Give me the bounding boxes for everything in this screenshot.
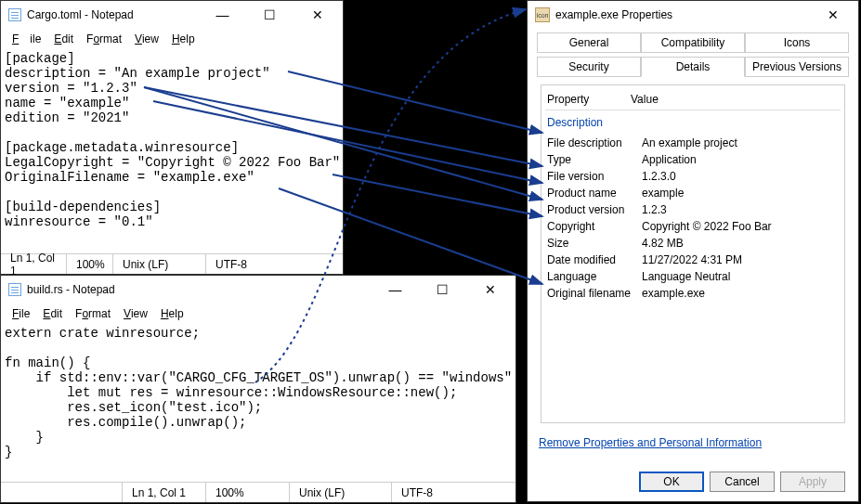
property-key: Type	[547, 153, 642, 166]
status-pad	[1, 483, 122, 502]
close-button[interactable]: ✕	[812, 1, 854, 29]
property-value: Application	[642, 153, 697, 166]
menu-edit[interactable]: Edit	[48, 31, 79, 47]
property-row[interactable]: LanguageLanguage Neutral	[545, 268, 841, 285]
property-key: Date modified	[547, 253, 642, 266]
titlebar[interactable]: Cargo.toml - Notepad — ☐ ✕	[1, 1, 343, 29]
menu-format[interactable]: Format	[70, 305, 116, 322]
close-button[interactable]: ✕	[296, 1, 338, 29]
property-row[interactable]: File version1.2.3.0	[545, 168, 841, 185]
property-key: File version	[547, 170, 642, 183]
properties-body: Property Value Description File descript…	[541, 84, 845, 423]
property-value: Copyright © 2022 Foo Bar	[642, 220, 772, 233]
property-row[interactable]: Size4.82 MB	[545, 235, 841, 252]
property-value: 1.2.3	[642, 203, 667, 216]
menu-help[interactable]: Help	[166, 31, 201, 47]
property-rows: File descriptionAn example projectTypeAp…	[545, 135, 841, 302]
menu-file[interactable]: File	[7, 305, 35, 322]
status-eol: Unix (LF)	[112, 254, 205, 274]
status-pos: Ln 1, Col 1	[122, 483, 205, 502]
property-value: 4.82 MB	[642, 237, 684, 250]
statusbar: Ln 1, Col 1 100% Unix (LF) UTF-8	[1, 482, 515, 502]
property-key: Language	[547, 270, 642, 283]
statusbar: Ln 1, Col 1 100% Unix (LF) UTF-8	[1, 253, 343, 274]
property-key: Original filename	[547, 287, 642, 300]
menu-help[interactable]: Help	[155, 305, 189, 322]
tab-details[interactable]: Details	[641, 57, 745, 77]
window-title: build.rs - Notepad	[27, 283, 369, 296]
property-row[interactable]: Product nameexample	[545, 185, 841, 201]
notepad-cargo-window: Cargo.toml - Notepad — ☐ ✕ File Edit For…	[0, 0, 344, 275]
menubar: File Edit Format View Help	[1, 304, 515, 324]
property-value: 1.2.3.0	[642, 170, 676, 183]
menu-edit[interactable]: Edit	[37, 305, 68, 322]
property-key: Copyright	[547, 220, 642, 233]
maximize-button[interactable]: ☐	[422, 276, 463, 304]
tabs-row-1: General Compatibility Icons	[537, 32, 849, 53]
property-value: example	[642, 187, 684, 200]
property-value: 11/27/2022 4:31 PM	[642, 253, 742, 266]
property-row[interactable]: File descriptionAn example project	[545, 135, 841, 151]
property-key: Product version	[547, 203, 642, 216]
titlebar[interactable]: icon example.exe Properties ✕	[528, 1, 858, 29]
tabs-row-2: Security Details Previous Versions	[537, 57, 849, 77]
property-value: Language Neutral	[642, 270, 730, 283]
notepad-icon	[8, 8, 21, 21]
property-row[interactable]: Original filenameexample.exe	[545, 285, 841, 302]
status-enc: UTF-8	[205, 254, 343, 274]
status-enc: UTF-8	[391, 483, 515, 502]
apply-button[interactable]: Apply	[780, 472, 845, 492]
menu-view[interactable]: View	[118, 305, 153, 322]
header-value: Value	[631, 93, 659, 106]
menu-file[interactable]: File	[7, 31, 46, 47]
titlebar[interactable]: build.rs - Notepad — ☐ ✕	[1, 276, 515, 304]
status-zoom: 100%	[205, 483, 289, 502]
notepad-build-window: build.rs - Notepad — ☐ ✕ File Edit Forma…	[0, 275, 516, 503]
status-eol: Unix (LF)	[289, 483, 391, 502]
cancel-button[interactable]: Cancel	[710, 472, 775, 492]
editor-area[interactable]: [package] description = "An example proj…	[1, 49, 343, 253]
status-pos: Ln 1, Col 1	[1, 254, 66, 274]
menubar: File Edit Format View Help	[1, 29, 343, 49]
status-zoom: 100%	[66, 254, 112, 274]
ok-button[interactable]: OK	[639, 472, 704, 492]
exe-icon: icon	[535, 7, 550, 22]
property-key: File description	[547, 136, 642, 149]
notepad-icon	[8, 283, 21, 296]
button-row: OK Cancel Apply	[528, 462, 858, 501]
remove-properties-link[interactable]: Remove Properties and Personal Informati…	[537, 431, 858, 455]
properties-header: Property Value	[545, 89, 841, 110]
tab-icons[interactable]: Icons	[745, 32, 849, 53]
property-value: An example project	[642, 136, 737, 149]
property-row[interactable]: Product version1.2.3	[545, 201, 841, 218]
property-row[interactable]: TypeApplication	[545, 151, 841, 168]
window-title: Cargo.toml - Notepad	[27, 8, 196, 21]
properties-window: icon example.exe Properties ✕ General Co…	[527, 0, 859, 502]
tab-compatibility[interactable]: Compatibility	[641, 32, 745, 53]
property-row[interactable]: Date modified11/27/2022 4:31 PM	[545, 252, 841, 268]
menu-format[interactable]: Format	[81, 31, 127, 47]
header-property: Property	[547, 93, 631, 106]
window-title: example.exe Properties	[555, 8, 806, 21]
section-description: Description	[545, 110, 841, 135]
tab-general[interactable]: General	[537, 32, 641, 53]
close-button[interactable]: ✕	[469, 276, 511, 304]
maximize-button[interactable]: ☐	[249, 1, 291, 29]
tab-security[interactable]: Security	[537, 57, 641, 77]
minimize-button[interactable]: —	[374, 276, 416, 304]
property-key: Size	[547, 237, 642, 250]
property-row[interactable]: CopyrightCopyright © 2022 Foo Bar	[545, 218, 841, 235]
tab-previous-versions[interactable]: Previous Versions	[745, 57, 849, 77]
editor-area[interactable]: extern crate winresource; fn main() { if…	[1, 324, 515, 482]
minimize-button[interactable]: —	[202, 1, 243, 29]
property-value: example.exe	[642, 287, 705, 300]
menu-view[interactable]: View	[129, 31, 164, 47]
property-key: Product name	[547, 187, 642, 200]
